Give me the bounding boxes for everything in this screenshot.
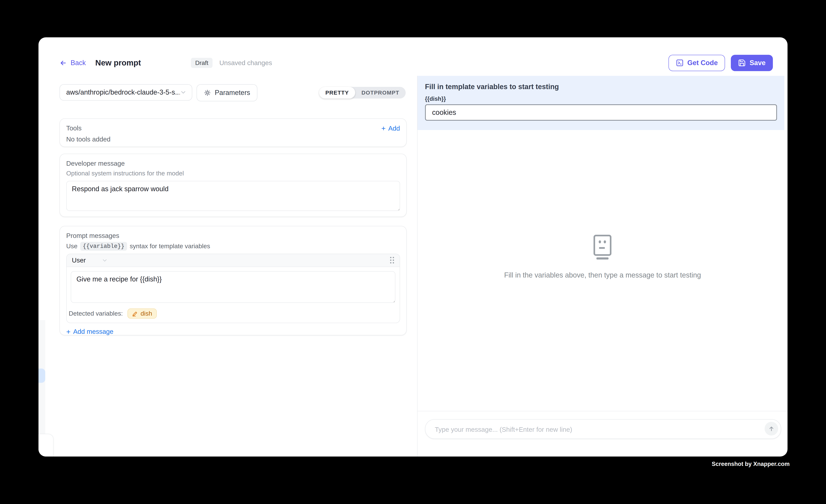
variable-name-label: {{dish}} bbox=[425, 96, 777, 102]
parameters-label: Parameters bbox=[215, 89, 250, 97]
role-select-value[interactable]: User bbox=[72, 256, 86, 264]
drag-handle-icon[interactable] bbox=[390, 257, 394, 264]
tools-empty-text: No tools added bbox=[66, 135, 400, 143]
edit-pencil-icon bbox=[132, 311, 138, 317]
plus-icon: + bbox=[381, 125, 386, 132]
detected-variables-label: Detected variables: bbox=[69, 309, 123, 318]
model-selector[interactable]: aws/anthropic/bedrock-claude-3-5-s... bbox=[60, 84, 192, 101]
get-code-label: Get Code bbox=[687, 59, 718, 67]
back-button[interactable]: Back bbox=[60, 59, 86, 67]
status-badge: Draft bbox=[191, 58, 213, 68]
empty-state-text: Fill in the variables above, then type a… bbox=[504, 271, 701, 279]
robot-face-icon bbox=[592, 235, 612, 260]
message-content-textarea[interactable]: Give me a recipe for {{dish}} bbox=[71, 271, 395, 303]
add-message-label: Add message bbox=[73, 328, 113, 335]
message-body: Give me a recipe for {{dish}} bbox=[67, 267, 400, 305]
editor-toolbar: aws/anthropic/bedrock-claude-3-5-s... Pa… bbox=[60, 84, 257, 101]
sidebar-selected-item[interactable] bbox=[39, 369, 45, 383]
format-toggle: PRETTY DOTPROMPT bbox=[319, 87, 406, 99]
variable-chip-label: dish bbox=[140, 310, 152, 317]
chat-empty-inner: Fill in the variables above, then type a… bbox=[504, 235, 701, 279]
add-message-button[interactable]: + Add message bbox=[66, 328, 400, 335]
add-tool-label: Add bbox=[388, 125, 400, 132]
variable-syntax-chip: {{variable}} bbox=[80, 242, 127, 251]
syntax-suffix: syntax for template variables bbox=[130, 243, 210, 250]
send-button[interactable] bbox=[765, 422, 778, 436]
message-block: User Give me a recipe for {{dish}} Detec… bbox=[66, 254, 400, 323]
add-tool-button[interactable]: + Add bbox=[381, 125, 400, 132]
save-button[interactable]: Save bbox=[731, 55, 773, 71]
chat-empty-state: Fill in the variables above, then type a… bbox=[417, 130, 787, 411]
syntax-hint: Use {{variable}} syntax for template var… bbox=[66, 242, 400, 251]
save-label: Save bbox=[750, 59, 766, 67]
unsaved-changes-note: Unsaved changes bbox=[220, 59, 272, 67]
get-code-button[interactable]: Get Code bbox=[668, 55, 725, 71]
save-floppy-icon bbox=[738, 59, 746, 67]
gear-icon bbox=[204, 89, 211, 97]
chevron-down-icon[interactable] bbox=[102, 257, 108, 264]
screenshot-stage: Back New prompt Draft Unsaved changes Ge… bbox=[0, 0, 826, 504]
variables-banner-title: Fill in template variables to start test… bbox=[425, 83, 777, 91]
syntax-prefix: Use bbox=[66, 243, 77, 250]
app-window: Back New prompt Draft Unsaved changes Ge… bbox=[39, 37, 787, 456]
developer-message-title: Developer message bbox=[66, 159, 400, 168]
detected-variables-row: Detected variables: dish bbox=[67, 305, 400, 323]
send-up-arrow-icon bbox=[768, 425, 775, 432]
model-selector-value: aws/anthropic/bedrock-claude-3-5-s... bbox=[66, 88, 180, 96]
chat-composer bbox=[417, 411, 787, 456]
toggle-dotprompt[interactable]: DOTPROMPT bbox=[355, 87, 406, 99]
tools-card: Tools + Add No tools added bbox=[60, 118, 407, 147]
developer-message-textarea[interactable]: Respond as jack sparrow would bbox=[66, 181, 400, 211]
variable-value-input[interactable] bbox=[425, 104, 777, 121]
plus-icon: + bbox=[66, 328, 71, 335]
test-panel: Fill in template variables to start test… bbox=[417, 76, 787, 456]
watermark: Screenshot by Xnapper.com bbox=[712, 461, 789, 467]
page-title: New prompt bbox=[95, 58, 141, 67]
chat-message-input[interactable] bbox=[434, 420, 758, 440]
toggle-pretty[interactable]: PRETTY bbox=[319, 87, 355, 99]
prompt-messages-title: Prompt messages bbox=[66, 232, 400, 240]
sidebar-bottom-panel bbox=[39, 434, 54, 456]
back-label: Back bbox=[71, 59, 86, 67]
developer-message-subtitle: Optional system instructions for the mod… bbox=[66, 170, 400, 177]
message-header: User bbox=[67, 254, 400, 267]
prompt-editor-pane: aws/anthropic/bedrock-claude-3-5-s... Pa… bbox=[39, 76, 417, 456]
chevron-down-icon bbox=[180, 89, 187, 96]
page-header: Back New prompt Draft Unsaved changes Ge… bbox=[39, 37, 787, 76]
variable-chip-dish[interactable]: dish bbox=[127, 309, 157, 318]
tools-title: Tools bbox=[66, 124, 82, 132]
prompt-messages-card: Prompt messages Use {{variable}} syntax … bbox=[60, 226, 407, 335]
header-actions: Get Code Save bbox=[668, 55, 773, 71]
back-arrow-icon bbox=[60, 59, 67, 67]
parameters-button[interactable]: Parameters bbox=[196, 84, 257, 101]
code-terminal-icon bbox=[676, 59, 684, 67]
developer-message-card: Developer message Optional system instru… bbox=[60, 154, 407, 217]
variables-banner: Fill in template variables to start test… bbox=[417, 76, 784, 130]
chat-input-wrapper bbox=[425, 419, 781, 439]
